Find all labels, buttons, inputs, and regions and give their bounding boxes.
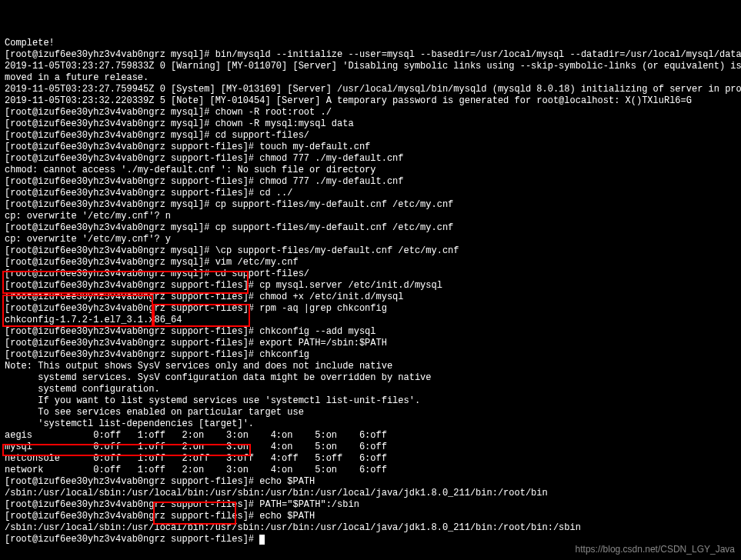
terminal-line: cp: overwrite '/etc/my.cnf'? y: [5, 234, 736, 245]
terminal-window[interactable]: Complete![root@izuf6ee30yhz3v4vab0ngrz m…: [0, 0, 741, 560]
terminal-line: chmod: cannot access './my-default.cnf '…: [5, 165, 736, 176]
terminal-line: 2019-11-05T03:23:27.759945Z 0 [System] […: [5, 84, 736, 95]
terminal-line: [root@izuf6ee30yhz3v4vab0ngrz support-fi…: [5, 142, 736, 153]
terminal-line: /sbin:/usr/local/sbin:/usr/local/bin:/us…: [5, 522, 736, 534]
terminal-line: [root@izuf6ee30yhz3v4vab0ngrz support-fi…: [5, 511, 736, 522]
terminal-line: [root@izuf6ee30yhz3v4vab0ngrz support-fi…: [5, 349, 736, 361]
terminal-line: [root@izuf6ee30yhz3v4vab0ngrz mysql]# cp…: [5, 222, 736, 234]
terminal-line: [root@izuf6ee30yhz3v4vab0ngrz support-fi…: [5, 303, 736, 315]
terminal-line: [root@izuf6ee30yhz3v4vab0ngrz mysql]# cp…: [5, 199, 736, 211]
terminal-line: Complete!: [5, 38, 736, 49]
terminal-line: cp: overwrite '/etc/my.cnf'? n: [5, 211, 736, 222]
terminal-line: If you want to list systemd services use…: [5, 395, 736, 407]
terminal-line: /sbin:/usr/local/sbin:/usr/local/bin:/us…: [5, 488, 736, 499]
cursor: [259, 535, 265, 545]
terminal-line: netconsole 0:off 1:off 2:off 3:off 4:off…: [5, 453, 736, 465]
terminal-line: 2019-11-05T03:23:27.759833Z 0 [Warning] …: [5, 61, 736, 72]
terminal-line: [root@izuf6ee30yhz3v4vab0ngrz mysql]# ch…: [5, 118, 736, 130]
terminal-line: [root@izuf6ee30yhz3v4vab0ngrz support-fi…: [5, 534, 736, 545]
terminal-line: [root@izuf6ee30yhz3v4vab0ngrz support-fi…: [5, 280, 736, 292]
terminal-line: 2019-11-05T03:23:32.220339Z 5 [Note] [MY…: [5, 95, 736, 107]
terminal-line: [root@izuf6ee30yhz3v4vab0ngrz mysql]# cd…: [5, 130, 736, 142]
terminal-line: [root@izuf6ee30yhz3v4vab0ngrz support-fi…: [5, 338, 736, 349]
terminal-line: [root@izuf6ee30yhz3v4vab0ngrz mysql]# ch…: [5, 107, 736, 118]
terminal-line: [root@izuf6ee30yhz3v4vab0ngrz mysql]# cd…: [5, 268, 736, 280]
terminal-line: [root@izuf6ee30yhz3v4vab0ngrz support-fi…: [5, 292, 736, 303]
terminal-line: [root@izuf6ee30yhz3v4vab0ngrz mysql]# \c…: [5, 245, 736, 257]
terminal-line: To see services enabled on particular ta…: [5, 407, 736, 418]
terminal-line: 'systemctl list-dependencies [target]'.: [5, 418, 736, 430]
terminal-line: Note: This output shows SysV services on…: [5, 361, 736, 372]
terminal-line: [root@izuf6ee30yhz3v4vab0ngrz mysql]# vi…: [5, 257, 736, 268]
terminal-line: aegis 0:off 1:off 2:on 3:on 4:on 5:on 6:…: [5, 430, 736, 442]
terminal-line: network 0:off 1:off 2:on 3:on 4:on 5:on …: [5, 465, 736, 476]
terminal-line: [root@izuf6ee30yhz3v4vab0ngrz support-fi…: [5, 153, 736, 165]
terminal-line: [root@izuf6ee30yhz3v4vab0ngrz support-fi…: [5, 176, 736, 188]
terminal-line: [root@izuf6ee30yhz3v4vab0ngrz support-fi…: [5, 499, 736, 511]
terminal-line: mysql 0:off 1:off 2:on 3:on 4:on 5:on 6:…: [5, 442, 736, 453]
terminal-line: systemd services. SysV configuration dat…: [5, 372, 736, 384]
terminal-line: [root@izuf6ee30yhz3v4vab0ngrz mysql]# bi…: [5, 49, 736, 61]
terminal-line: [root@izuf6ee30yhz3v4vab0ngrz support-fi…: [5, 476, 736, 488]
terminal-line: chkconfig-1.7.2-1.el7_3.1.x86_64: [5, 315, 736, 326]
watermark: https://blog.csdn.net/CSDN_LGY_Java: [576, 544, 735, 555]
terminal-line: moved in a future release.: [5, 72, 736, 84]
terminal-line: [root@izuf6ee30yhz3v4vab0ngrz support-fi…: [5, 326, 736, 338]
terminal-line: [root@izuf6ee30yhz3v4vab0ngrz support-fi…: [5, 188, 736, 199]
terminal-line: systemd configuration.: [5, 384, 736, 395]
